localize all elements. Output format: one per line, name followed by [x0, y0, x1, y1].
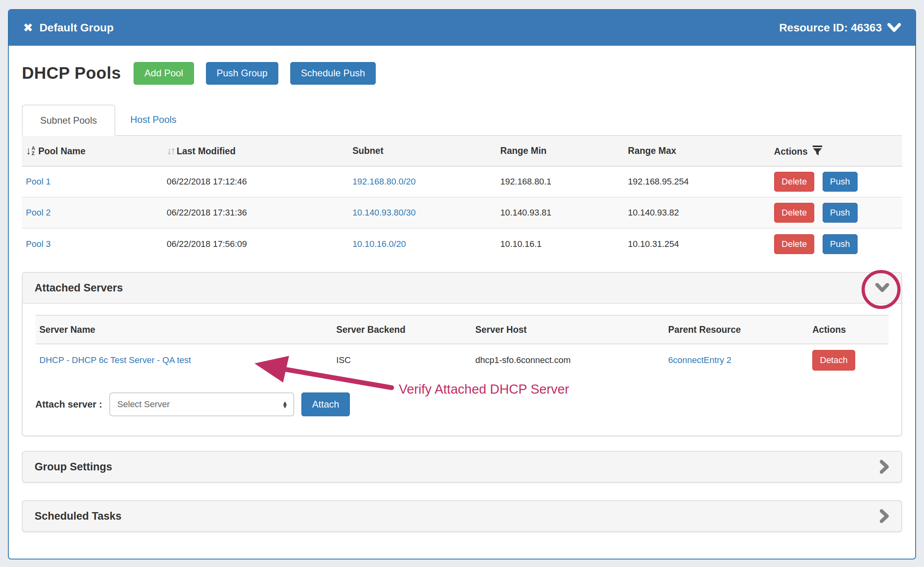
range-min-cell: 192.168.80.1: [496, 166, 624, 197]
pool-link[interactable]: Pool 1: [26, 177, 50, 186]
detach-button[interactable]: Detach: [812, 350, 855, 371]
col-subnet: Subnet: [348, 136, 496, 166]
attach-server-row: Attach server : Select Server ▲▼ Attach: [35, 392, 889, 416]
select-stepper-icon: ▲▼: [282, 401, 288, 408]
pools-table: ↓AZPool Name ↓↑Last Modified Subnet Rang…: [22, 136, 902, 259]
range-max-cell: 192.168.95.254: [624, 166, 770, 197]
group-settings-header[interactable]: Group Settings: [23, 452, 901, 482]
col-last-modified[interactable]: ↓↑Last Modified: [163, 136, 348, 166]
attached-servers-panel: Attached Servers Server Name Server: [22, 272, 902, 436]
tab-host-pools[interactable]: Host Pools: [115, 104, 192, 135]
chevron-right-icon[interactable]: [880, 509, 889, 523]
panel-title: Scheduled Tasks: [35, 510, 122, 522]
sort-alpha-icon[interactable]: ↓AZ: [26, 145, 35, 157]
filter-icon[interactable]: [812, 145, 823, 156]
sort-arrows-icon[interactable]: ↓↑: [167, 145, 174, 157]
col-parent-resource: Parent Resource: [664, 315, 809, 344]
parent-resource-link[interactable]: 6connectEntry 2: [668, 355, 732, 365]
panel-title: Group Settings: [35, 461, 112, 473]
delete-button[interactable]: Delete: [774, 234, 815, 254]
push-group-button[interactable]: Push Group: [206, 62, 278, 85]
table-row: Pool 2 06/22/2018 17:31:36 10.140.93.80/…: [22, 197, 902, 228]
attached-servers-body: Server Name Server Backend Server Host P…: [23, 303, 901, 435]
pool-link[interactable]: Pool 3: [26, 239, 50, 249]
attached-servers-header[interactable]: Attached Servers: [23, 273, 901, 303]
group-settings-panel: Group Settings: [22, 451, 902, 483]
push-button[interactable]: Push: [823, 234, 858, 254]
servers-table-header: Server Name Server Backend Server Host P…: [35, 315, 889, 344]
chevron-down-icon[interactable]: [875, 283, 889, 293]
server-backend-cell: ISC: [332, 344, 472, 376]
scheduled-tasks-header[interactable]: Scheduled Tasks: [23, 501, 901, 531]
last-modified-cell: 06/22/2018 17:12:46: [163, 166, 348, 197]
last-modified-cell: 06/22/2018 17:56:09: [163, 228, 348, 259]
server-row: DHCP - DHCP 6c Test Server - QA test ISC…: [35, 344, 889, 376]
col-server-backend: Server Backend: [332, 315, 472, 344]
range-max-cell: 10.140.93.82: [624, 197, 770, 228]
server-name-link[interactable]: DHCP - DHCP 6c Test Server - QA test: [39, 355, 191, 365]
subnet-link[interactable]: 192.168.80.0/20: [352, 177, 415, 186]
col-range-min: Range Min: [496, 136, 624, 166]
server-host-cell: dhcp1-sfo.6connect.com: [472, 344, 664, 376]
push-button[interactable]: Push: [823, 172, 858, 192]
window-header: ✖ Default Group Resource ID: 46363: [9, 10, 915, 46]
servers-table: Server Name Server Backend Server Host P…: [35, 315, 889, 376]
chevron-down-icon[interactable]: [887, 23, 901, 33]
range-min-cell: 10.140.93.81: [496, 197, 624, 228]
table-row: Pool 1 06/22/2018 17:12:46 192.168.80.0/…: [22, 166, 902, 197]
attach-button[interactable]: Attach: [301, 392, 350, 416]
range-min-cell: 10.10.16.1: [496, 228, 624, 259]
add-pool-button[interactable]: Add Pool: [134, 62, 194, 85]
scheduled-tasks-panel: Scheduled Tasks: [22, 500, 902, 532]
col-range-max: Range Max: [624, 136, 770, 166]
chevron-right-icon[interactable]: [880, 460, 889, 474]
close-icon[interactable]: ✖: [23, 22, 33, 34]
col-pool-name[interactable]: ↓AZPool Name: [22, 136, 163, 166]
delete-button[interactable]: Delete: [774, 172, 815, 192]
col-actions: Actions: [770, 136, 902, 166]
attach-server-label: Attach server :: [35, 399, 102, 410]
pools-table-header: ↓AZPool Name ↓↑Last Modified Subnet Rang…: [22, 136, 902, 166]
page: ✖ Default Group Resource ID: 46363 DHCP …: [0, 0, 924, 567]
resource-id-label: Resource ID: 46363: [779, 21, 882, 34]
select-value: Select Server: [117, 399, 170, 410]
schedule-push-button[interactable]: Schedule Push: [290, 62, 376, 85]
col-server-name: Server Name: [35, 315, 332, 344]
col-server-actions: Actions: [808, 315, 889, 344]
table-row: Pool 3 06/22/2018 17:56:09 10.10.16.0/20…: [22, 228, 902, 259]
title-row: DHCP Pools Add Pool Push Group Schedule …: [22, 61, 902, 85]
group-window: ✖ Default Group Resource ID: 46363 DHCP …: [8, 9, 916, 559]
range-max-cell: 10.10.31.254: [624, 228, 770, 259]
page-title: DHCP Pools: [22, 64, 121, 83]
col-server-host: Server Host: [472, 315, 664, 344]
pool-tabs: Subnet Pools Host Pools: [22, 104, 902, 136]
tab-subnet-pools[interactable]: Subnet Pools: [22, 105, 115, 136]
subnet-link[interactable]: 10.140.93.80/30: [352, 208, 415, 217]
push-button[interactable]: Push: [823, 203, 858, 223]
delete-button[interactable]: Delete: [774, 203, 815, 223]
subnet-link[interactable]: 10.10.16.0/20: [352, 239, 406, 249]
panel-title: Attached Servers: [35, 282, 123, 294]
pool-link[interactable]: Pool 2: [26, 208, 50, 217]
attach-server-select[interactable]: Select Server ▲▼: [109, 392, 294, 416]
last-modified-cell: 06/22/2018 17:31:36: [163, 197, 348, 228]
window-title: Default Group: [39, 21, 114, 34]
